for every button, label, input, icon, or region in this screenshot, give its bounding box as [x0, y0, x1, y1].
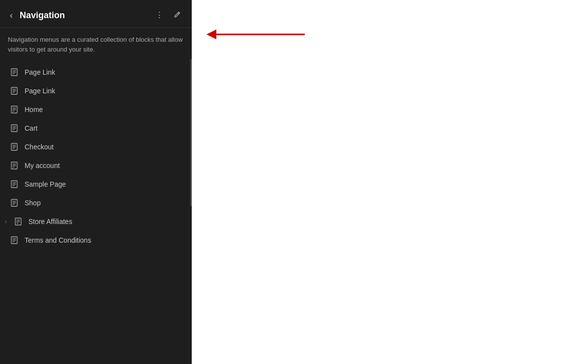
sidebar-title: Navigation	[20, 10, 65, 21]
page-link-icon	[10, 86, 19, 95]
nav-list: Page Link Page Link	[0, 59, 192, 364]
main-content	[192, 0, 588, 364]
nav-item-cart[interactable]: Cart	[0, 119, 192, 138]
home-page-icon	[10, 105, 19, 114]
sidebar-header-right: ⋮	[152, 9, 184, 22]
nav-label: Page Link	[25, 87, 55, 95]
nav-label: My account	[25, 162, 60, 169]
shop-page-icon	[10, 198, 19, 207]
sample-page-icon	[10, 180, 19, 189]
nav-item-store-affiliates[interactable]: › Store Affiliates	[0, 212, 192, 231]
nav-label: Page Link	[25, 68, 55, 76]
sidebar: ‹ Navigation ⋮ Navigation menus are a cu…	[0, 0, 192, 364]
nav-label: Store Affiliates	[29, 218, 72, 225]
nav-label: Terms and Conditions	[25, 236, 91, 244]
cart-page-icon	[10, 124, 19, 133]
edit-button[interactable]	[170, 9, 184, 22]
terms-page-icon	[10, 236, 19, 245]
page-link-icon	[10, 68, 19, 77]
sidebar-description: Navigation menus are a curated collectio…	[0, 28, 192, 59]
back-button[interactable]: ‹	[8, 10, 15, 21]
nav-item-sample-page[interactable]: Sample Page	[0, 175, 192, 194]
nav-label: Sample Page	[25, 180, 66, 188]
more-options-button[interactable]: ⋮	[152, 9, 166, 21]
checkout-page-icon	[10, 142, 19, 151]
arrow-annotation	[202, 27, 310, 42]
nav-item-my-account[interactable]: My account	[0, 156, 192, 175]
my-account-page-icon	[10, 161, 19, 170]
store-affiliates-page-icon	[14, 217, 23, 226]
sidebar-header: ‹ Navigation ⋮	[0, 0, 192, 28]
nav-label: Checkout	[25, 143, 54, 151]
svg-marker-41	[206, 29, 216, 39]
nav-item-shop[interactable]: Shop	[0, 194, 192, 212]
nav-item-page-link-2[interactable]: Page Link	[0, 82, 192, 100]
arrow-svg	[202, 27, 310, 42]
expand-chevron-icon: ›	[5, 219, 7, 224]
nav-item-terms-and-conditions[interactable]: Terms and Conditions	[0, 231, 192, 250]
nav-label: Cart	[25, 124, 37, 132]
nav-item-page-link-1[interactable]: Page Link	[0, 63, 192, 82]
nav-label: Shop	[25, 199, 41, 207]
sidebar-header-left: ‹ Navigation	[8, 10, 65, 21]
nav-label: Home	[25, 106, 43, 113]
nav-item-home[interactable]: Home	[0, 100, 192, 119]
nav-item-checkout[interactable]: Checkout	[0, 138, 192, 156]
